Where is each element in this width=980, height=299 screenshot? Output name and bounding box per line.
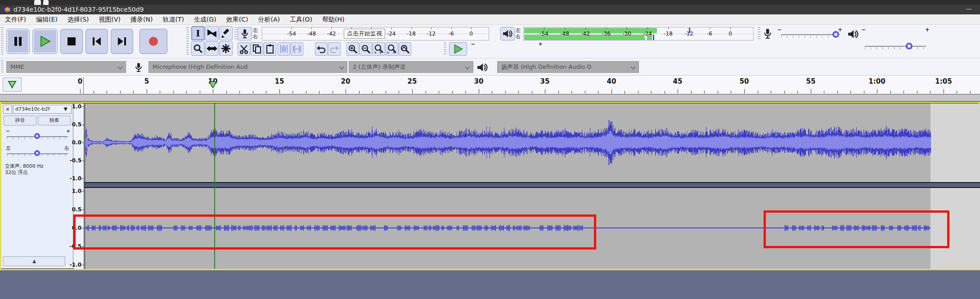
trim-audio-button[interactable]	[278, 42, 290, 56]
timeline-tick	[279, 89, 280, 94]
toolbar-grip[interactable]	[444, 42, 446, 56]
gain-slider[interactable]	[7, 131, 68, 143]
menu-item-9[interactable]: 工具(O)	[290, 16, 312, 24]
recording-device-select[interactable]: Microphone (High Definition Aud	[148, 61, 347, 73]
menu-item-4[interactable]: 播录(N)	[130, 16, 153, 24]
record-meter-mic-button[interactable]	[238, 27, 252, 40]
skip-to-end-button[interactable]	[111, 29, 133, 54]
timeline-tick	[651, 91, 652, 94]
menu-item-8[interactable]: 分析(A)	[258, 16, 280, 24]
track-close-button[interactable]: ×	[3, 105, 12, 114]
menu-item-5[interactable]: 轨道(T)	[163, 16, 184, 24]
waveform-left-channel[interactable]	[84, 103, 980, 182]
timeline-tick	[797, 91, 798, 94]
timeline-tick	[120, 91, 121, 94]
silence-audio-button[interactable]	[291, 42, 303, 56]
audio-host-select[interactable]: MME	[6, 61, 126, 73]
timeline-tick	[930, 91, 931, 94]
minimize-button[interactable]: —	[966, 5, 972, 12]
selection-tool-button[interactable]: I	[191, 26, 205, 40]
left-right-arrow-icon	[207, 45, 217, 53]
recording-channels-select[interactable]: 2 (立体声) 录制声道	[349, 61, 473, 73]
gain-thumb[interactable]	[34, 133, 40, 139]
timeshift-tool-button[interactable]	[205, 41, 219, 56]
play-at-speed-button[interactable]	[449, 42, 467, 56]
record-meter-left-label: 左	[253, 27, 258, 34]
playback-volume-slider[interactable]	[865, 40, 926, 52]
envelope-icon	[207, 28, 217, 39]
menu-item-10[interactable]: 帮助(H)	[322, 16, 344, 24]
meter-tick-label: -24	[387, 31, 396, 37]
toolbar-grip[interactable]	[234, 27, 237, 40]
stop-button[interactable]	[60, 29, 83, 54]
timeline-tick	[771, 91, 771, 94]
amplitude-tick	[82, 265, 84, 265]
menu-item-2[interactable]: 选择(S)	[67, 16, 89, 24]
background-window-fragment	[34, 0, 41, 5]
zoom-toggle-button[interactable]	[399, 42, 411, 56]
playback-volume-thumb[interactable]	[906, 43, 913, 49]
toolbar-grip[interactable]	[758, 27, 760, 40]
recording-meter[interactable]: -54-48-42-36-30-24-18-12-60点击开始监视	[262, 27, 489, 40]
timeline-tick	[837, 91, 838, 94]
playback-meter[interactable]: -54-48-42-36-30-24-18-12-60	[523, 27, 754, 40]
solo-button[interactable]: 独奏	[38, 116, 71, 125]
meter-tick	[544, 27, 544, 29]
timeline-quickplay-button[interactable]	[3, 77, 22, 92]
vertical-scale-left-channel[interactable]: 1.00.50.0-0.5-1.0	[74, 103, 84, 182]
meter-tick-label: -24	[643, 31, 652, 37]
channel-divider[interactable]	[84, 182, 980, 188]
waveform-left-canvas	[84, 103, 980, 182]
menu-item-0[interactable]: 文件(F)	[5, 16, 26, 24]
record-button[interactable]	[139, 29, 167, 54]
zoom-in-button[interactable]	[346, 42, 359, 56]
timeline-tick	[638, 91, 638, 94]
toolbar-grip[interactable]	[1, 27, 4, 56]
playback-device-select[interactable]: 扬声器 (High Definition Audio D	[497, 61, 639, 73]
zoom-selection-button[interactable]	[373, 42, 385, 56]
zoom-out-button[interactable]	[360, 42, 372, 56]
toolbar-grip[interactable]	[186, 27, 189, 56]
recording-device-value: Microphone (High Definition Aud	[153, 63, 247, 70]
play-button[interactable]	[32, 29, 58, 54]
amplitude-tick	[82, 210, 84, 210]
monitor-tooltip[interactable]: 点击开始监视	[344, 29, 385, 39]
zoom-tool-button[interactable]	[191, 41, 205, 56]
stop-icon	[67, 37, 76, 46]
redo-button[interactable]	[328, 42, 341, 56]
annotation-red-box-2	[764, 210, 949, 248]
undo-button[interactable]	[315, 42, 328, 56]
track-name-menu[interactable]: d734e10c-b2f ▼	[13, 105, 72, 114]
skip-to-start-button[interactable]	[85, 29, 108, 54]
pan-slider[interactable]	[7, 148, 68, 160]
timeline-tick	[611, 89, 612, 94]
zoom-fit-button[interactable]	[386, 42, 398, 56]
play-volume-minus: −	[861, 27, 866, 33]
draw-tool-button[interactable]	[219, 26, 233, 40]
menu-item-1[interactable]: 编辑(E)	[36, 16, 58, 24]
timeline-ruler[interactable]: 05101520253035404550551:001:05	[0, 76, 980, 94]
paste-button[interactable]	[264, 42, 276, 56]
multi-tool-button[interactable]	[219, 41, 233, 56]
copy-button[interactable]	[251, 42, 263, 56]
menu-item-6[interactable]: 生成(G)	[194, 16, 216, 24]
amplitude-tick	[82, 107, 84, 107]
menu-item-3[interactable]: 视图(V)	[99, 16, 121, 24]
cut-button[interactable]	[238, 42, 250, 56]
menu-item-7[interactable]: 效果(C)	[226, 16, 248, 24]
pan-thumb[interactable]	[34, 150, 40, 156]
toolbar-grip[interactable]	[1, 60, 4, 74]
meter-tick-label: -18	[407, 31, 416, 37]
track-collapse-button[interactable]: ▲	[3, 256, 65, 266]
meter-tick	[710, 27, 710, 29]
audio-host-value: MME	[10, 63, 24, 70]
playhead-marker[interactable]	[209, 81, 217, 88]
envelope-tool-button[interactable]	[205, 26, 219, 40]
timeline-tick	[107, 91, 107, 94]
pause-button[interactable]	[6, 29, 30, 54]
mute-button[interactable]: 静音	[4, 116, 36, 125]
recording-volume-slider[interactable]	[781, 28, 840, 40]
recording-volume-thumb[interactable]	[832, 31, 839, 38]
play-meter-speaker-button[interactable]	[500, 27, 515, 40]
meter-tick	[391, 27, 392, 29]
